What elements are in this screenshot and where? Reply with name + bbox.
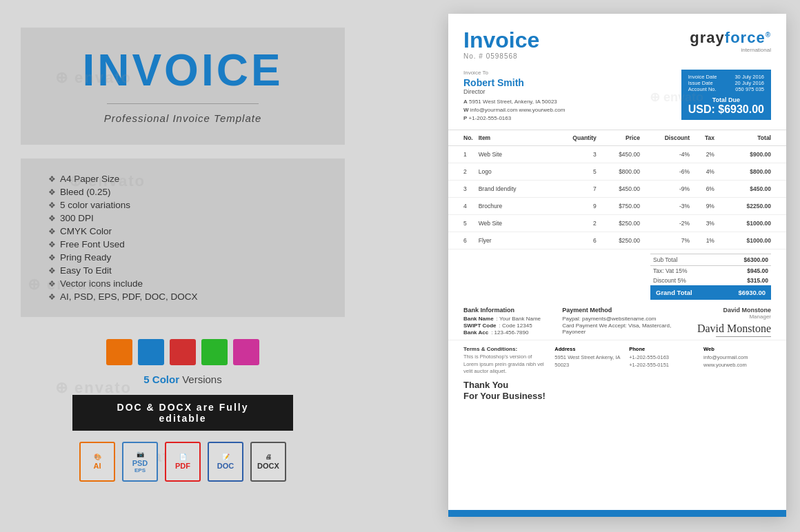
col-discount: Discount	[643, 130, 692, 146]
bullet-3: ❖	[48, 201, 56, 210]
table-header: No. Item Quantity Price Discount Tax Tot…	[448, 130, 786, 146]
total-due-label: Total Due	[688, 96, 764, 103]
doc-icon: 📝	[222, 453, 230, 460]
client-details: A 5951 West Street, Ankeny, IA 50023 W i…	[463, 98, 681, 123]
col-total: Total	[717, 130, 786, 146]
signature-area: David Monstone Manager David Monstone	[679, 307, 771, 337]
feature-4: ❖ 300 DPI	[48, 213, 317, 223]
swatch-blue	[138, 339, 164, 365]
col-item: Item	[476, 130, 552, 146]
doc-banner: DOC & DOCX are Fully editable	[72, 395, 293, 431]
invoice-preview: Invoice No. # 0598568 grayforce® interna…	[448, 14, 786, 517]
file-icon-doc: 📝 DOC	[208, 442, 243, 482]
bullet-9: ❖	[48, 279, 56, 289]
invoice-meta-box: Invoice Date 30 July 2016 Issue Date 20 …	[681, 70, 771, 120]
swift-row: SWIPT Code : Code 12345	[463, 323, 555, 329]
file-icon-pdf: 📄 PDF	[165, 442, 201, 482]
bullet-10: ❖	[48, 292, 56, 302]
payment-info: Payment Method Paypal: payments@websiten…	[562, 307, 672, 337]
swatch-green	[201, 339, 228, 365]
col-price: Price	[599, 130, 643, 146]
bullet-1: ❖	[48, 174, 56, 184]
feature-6: ❖ Free Font Used	[48, 239, 317, 249]
invoice-table: No. Item Quantity Price Discount Tax Tot…	[448, 130, 786, 249]
file-icon-docx: 🖨 DOCX	[250, 442, 286, 482]
page-title: INVOICE	[82, 48, 283, 92]
swatch-red	[170, 339, 196, 365]
color-swatches	[106, 339, 259, 365]
totals-section: Sub Total $6300.00 Tax: Vat 15% $945.00 …	[448, 249, 786, 303]
left-panel: ⊕ envato ⊕ envato ⊕ envato ⊕ envato ⊕ en…	[0, 0, 366, 532]
feature-7: ❖ Pring Ready	[48, 252, 317, 263]
invoice-to-section: Invoice To Robert Smith Director A 5951 …	[463, 70, 681, 123]
bullet-2: ❖	[48, 187, 56, 197]
table-row: 1 Web Site 3 $450.00 -4% 2% $900.00	[448, 146, 786, 163]
color-versions-strong: 5 Color	[143, 374, 179, 385]
features-box: ❖ A4 Paper Size ❖ Bleed (0.25) ❖ 5 color…	[21, 158, 345, 317]
table-row: 6 Flyer 6 $250.00 7% 1% $1000.00	[448, 232, 786, 249]
client-role: Director	[463, 88, 681, 95]
company-name: grayforce®	[690, 29, 771, 47]
feature-2: ❖ Bleed (0.25)	[48, 187, 317, 197]
table-row: 3 Brand Idendity 7 $450.00 -9% 6% $450.0…	[448, 181, 786, 198]
grand-total-row: Grand Total $6930.00	[650, 285, 771, 300]
client-name: Robert Smith	[463, 77, 681, 88]
terms-footer: Terms & Conditions: This is Photoshop's …	[448, 340, 786, 402]
file-icon-psd: 📷 PSD EPS	[122, 442, 158, 482]
bank-name-row: Bank Name : Your Bank Name	[463, 316, 555, 322]
thankyou: Thank YouFor Your Business!	[463, 380, 548, 403]
company-block: grayforce® international	[690, 29, 771, 53]
swatch-orange	[106, 339, 132, 365]
totals-table: Sub Total $6300.00 Tax: Vat 15% $945.00 …	[650, 254, 771, 300]
feature-8: ❖ Easy To Edit	[48, 265, 317, 276]
title-divider	[107, 103, 259, 104]
terms-col: Terms & Conditions: This is Photoshop's …	[463, 346, 548, 402]
bullet-6: ❖	[48, 240, 56, 249]
swatch-pink	[233, 339, 259, 365]
docx-icon: 🖨	[266, 453, 272, 460]
feature-5: ❖ CMYK Color	[48, 226, 317, 236]
total-due-amount: USD: $6930.00	[688, 103, 764, 116]
phone-col: Phone +1-202-555-0163+1-202-555-0151	[629, 346, 697, 402]
col-quantity: Quantity	[552, 130, 599, 146]
file-icon-ai: 🎨 AI	[79, 442, 115, 482]
color-versions-text: 5 Color Versions	[143, 374, 221, 385]
table-row: 4 Brochure 9 $750.00 -3% 9% $2250.00	[448, 198, 786, 215]
discount-row: Discount 5% $315.00	[650, 276, 771, 285]
address-col: Address 5951 West Street Ankeny, IA 5002…	[554, 346, 622, 402]
invoice-info-row: Invoice To Robert Smith Director A 5951 …	[448, 67, 786, 130]
psd-icon: 📷	[137, 451, 144, 458]
invoice-title-block: Invoice No. # 0598568	[463, 29, 539, 60]
account-row: Bank Acc : 123-456-7890	[463, 329, 555, 336]
feature-1: ❖ A4 Paper Size	[48, 174, 317, 184]
table-row: 5 Web Site 2 $250.00 -2% 3% $1000.00	[448, 215, 786, 232]
feature-3: ❖ 5 color variations	[48, 200, 317, 210]
company-sub: international	[690, 47, 771, 53]
invoice-date-row: Invoice Date 30 July 2016	[688, 74, 764, 80]
bank-info: Bank Information Bank Name : Your Bank N…	[463, 307, 555, 337]
card-row: Card Payment We Accept: Visa, Mastercard…	[562, 323, 672, 335]
invoice-header: Invoice No. # 0598568 grayforce® interna…	[448, 14, 786, 67]
feature-10: ❖ AI, PSD, EPS, PDF, DOC, DOCX	[48, 291, 317, 302]
web-col: Web info@yourmail.comwww.yourweb.com	[703, 346, 771, 402]
title-box: INVOICE Professional Invoice Template	[21, 28, 345, 145]
bullet-8: ❖	[48, 266, 56, 276]
subtotal-row: Sub Total $6300.00	[650, 254, 771, 266]
account-row: Account No. 050 975 035	[688, 86, 764, 92]
invoice-title: Invoice	[463, 29, 539, 51]
col-tax: Tax	[692, 130, 717, 146]
pdf-icon: 📄	[179, 453, 187, 460]
bullet-5: ❖	[48, 227, 56, 236]
file-icons: 🎨 AI 📷 PSD EPS 📄 PDF 📝 DOC 🖨 DOCX	[79, 442, 286, 482]
paypal-row: Paypal: payments@websitename.com	[562, 316, 672, 322]
table-body: 1 Web Site 3 $450.00 -4% 2% $900.00 2 Lo…	[448, 146, 786, 249]
invoice-number: No. # 0598568	[463, 52, 539, 60]
col-no: No.	[448, 130, 476, 146]
invoice-meta-section: ⊕ envato Invoice Date 30 July 2016 Issue…	[681, 70, 771, 120]
ai-icon: 🎨	[94, 453, 101, 460]
page-subtitle: Professional Invoice Template	[104, 112, 262, 124]
bullet-4: ❖	[48, 214, 56, 223]
tax-row: Tax: Vat 15% $945.00	[650, 266, 771, 276]
footer-blue-bar	[448, 510, 786, 517]
table-row: 2 Logo 5 $800.00 -6% 4% $800.00	[448, 163, 786, 181]
